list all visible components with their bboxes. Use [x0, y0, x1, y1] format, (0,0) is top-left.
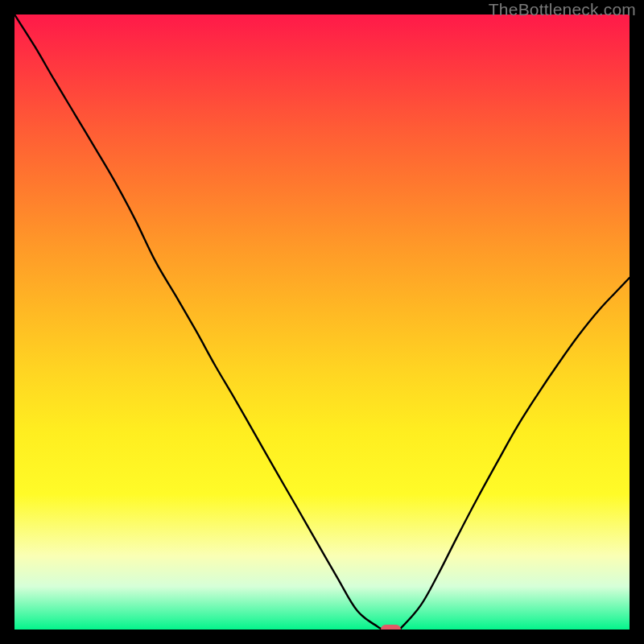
curve-path	[14, 14, 630, 630]
bottleneck-curve	[14, 14, 630, 630]
chart-frame: TheBottleneck.com	[0, 0, 644, 644]
optimum-marker	[381, 625, 400, 630]
plot-area	[14, 14, 630, 630]
watermark-text: TheBottleneck.com	[489, 0, 636, 19]
